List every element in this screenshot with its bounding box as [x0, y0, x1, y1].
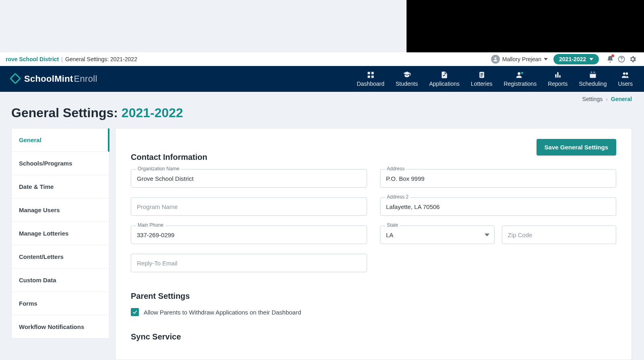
zip-code-input[interactable] [502, 226, 616, 244]
parent-withdraw-checkbox[interactable] [131, 308, 139, 316]
nav-reports[interactable]: Reports [548, 71, 568, 87]
svg-rect-17 [590, 72, 596, 74]
dropdown-icon [485, 234, 489, 236]
sidebar-item-content-letters[interactable]: Content/Letters [12, 245, 109, 269]
sidebar-item-manage-users[interactable]: Manage Users [12, 199, 109, 222]
user-name: Mallory Prejean [502, 56, 541, 62]
zip-code-field[interactable] [502, 226, 617, 244]
svg-rect-8 [480, 73, 483, 74]
svg-point-11 [518, 72, 520, 75]
address-input[interactable] [380, 170, 616, 187]
user-menu[interactable]: Mallory Prejean [491, 55, 548, 64]
address-field[interactable]: Address [380, 169, 616, 188]
state-select[interactable]: State LA [380, 226, 495, 244]
field-label: Main Phone [136, 222, 165, 228]
page-title: General Settings: 2021-2022 [11, 106, 183, 120]
program-name-field[interactable] [131, 197, 367, 216]
sidebar-item-manage-lotteries[interactable]: Manage Lotteries [12, 222, 109, 245]
utility-bar: rove School District | General Settings:… [0, 52, 644, 66]
nav-items: Dashboard Students Applications Lotterie… [357, 71, 633, 87]
year-pill-label: 2021-2022 [559, 56, 586, 62]
svg-rect-5 [367, 76, 370, 78]
sidebar-item-schools-programs[interactable]: Schools/Programs [12, 152, 109, 175]
nav-lotteries[interactable]: Lotteries [471, 71, 493, 87]
svg-point-2 [621, 60, 622, 61]
avatar-icon [491, 55, 500, 64]
field-label: State [385, 222, 400, 228]
settings-button[interactable] [627, 54, 638, 65]
field-label: Address 2 [385, 194, 410, 200]
nav-label: Applications [429, 81, 460, 87]
notifications-button[interactable] [605, 54, 616, 65]
svg-point-12 [521, 72, 523, 74]
nav-dashboard[interactable]: Dashboard [357, 71, 384, 87]
nav-label: Reports [548, 81, 568, 87]
nav-label: Scheduling [579, 81, 607, 87]
logo-mark-icon [10, 73, 21, 84]
district-name[interactable]: rove School District [6, 56, 59, 62]
sidebar-item-general[interactable]: General [12, 128, 109, 152]
sidebar-item-workflow-notifications[interactable]: Workflow Notifications [12, 315, 109, 338]
help-button[interactable] [616, 54, 627, 65]
notification-dot-icon [611, 54, 614, 57]
svg-rect-19 [594, 72, 594, 73]
settings-panel: Save General Settings Contact Informatio… [115, 128, 632, 360]
svg-rect-18 [591, 72, 592, 73]
sidebar-item-forms[interactable]: Forms [12, 292, 109, 315]
page-title-year: 2021-2022 [122, 106, 183, 120]
nav-label: Lotteries [471, 81, 493, 87]
svg-point-20 [623, 72, 625, 75]
brand-logo[interactable]: SchoolMintEnroll [11, 74, 97, 84]
svg-rect-4 [371, 72, 374, 74]
section-parent-heading: Parent Settings [131, 292, 616, 301]
main-phone-input[interactable] [131, 226, 367, 244]
field-label: Organization Name [136, 166, 181, 172]
school-year-selector[interactable]: 2021-2022 [553, 54, 599, 64]
breadcrumb-general[interactable]: General [611, 96, 632, 102]
svg-rect-15 [559, 75, 560, 78]
save-button[interactable]: Save General Settings [537, 139, 616, 155]
occluding-black-region [407, 0, 644, 52]
program-name-input[interactable] [131, 198, 367, 215]
settings-sidebar: General Schools/Programs Date & Time Man… [11, 128, 109, 339]
primary-nav: SchoolMintEnroll Dashboard Students Appl… [0, 66, 644, 92]
nav-scheduling[interactable]: Scheduling [579, 71, 607, 87]
svg-point-21 [625, 72, 628, 75]
organization-name-field[interactable]: Organization Name [131, 169, 367, 188]
main-phone-field[interactable]: Main Phone [131, 226, 367, 244]
svg-rect-14 [557, 72, 558, 77]
organization-name-input[interactable] [131, 170, 367, 187]
breadcrumb-separator: › [606, 96, 608, 102]
svg-rect-13 [555, 74, 556, 77]
nav-label: Dashboard [357, 81, 384, 87]
address2-input[interactable] [380, 198, 616, 215]
nav-applications[interactable]: Applications [429, 71, 460, 87]
reply-to-email-field[interactable] [131, 254, 367, 272]
page-crumb-text: General Settings: 2021-2022 [65, 56, 137, 62]
state-value: LA [386, 232, 393, 238]
sidebar-item-custom-data[interactable]: Custom Data [12, 269, 109, 292]
nav-label: Users [618, 81, 633, 87]
nav-registrations[interactable]: Registrations [504, 71, 537, 87]
parent-withdraw-checkbox-row: Allow Parents to Withdraw Applications o… [131, 308, 616, 316]
nav-users[interactable]: Users [618, 71, 633, 87]
svg-rect-9 [480, 74, 483, 75]
nav-label: Registrations [504, 81, 537, 87]
nav-students[interactable]: Students [396, 71, 418, 87]
breadcrumb: Settings › General [0, 92, 644, 106]
svg-rect-10 [480, 76, 482, 77]
sidebar-item-date-time[interactable]: Date & Time [12, 175, 109, 199]
address2-field[interactable]: Address 2 [380, 197, 616, 216]
breadcrumb-top: rove School District | General Settings:… [6, 56, 137, 62]
brand-name-2: Enroll [74, 74, 97, 84]
section-sync-heading: Sync Service [131, 332, 616, 341]
brand-name-1: SchoolMint [24, 74, 73, 84]
svg-rect-6 [371, 76, 374, 78]
reply-to-email-input[interactable] [131, 254, 367, 272]
breadcrumb-settings[interactable]: Settings [582, 96, 603, 102]
parent-withdraw-label: Allow Parents to Withdraw Applications o… [144, 309, 301, 316]
svg-rect-3 [367, 72, 370, 74]
page-title-prefix: General Settings: [11, 106, 118, 120]
chevron-down-icon [589, 58, 593, 60]
chevron-down-icon [544, 58, 548, 60]
